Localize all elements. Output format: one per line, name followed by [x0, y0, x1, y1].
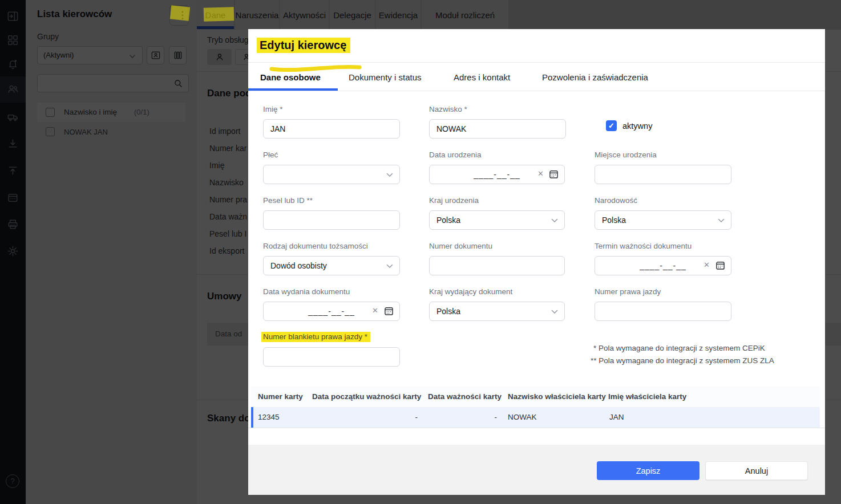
- cancel-button[interactable]: Anuluj: [705, 461, 808, 480]
- modal-tab-adres[interactable]: Adres i kontakt: [454, 69, 510, 86]
- data-wydania-input[interactable]: [263, 302, 400, 321]
- cell-numer-karty: 12345: [258, 407, 280, 428]
- calendar-picker-icon[interactable]: [383, 305, 395, 317]
- imie-input[interactable]: [263, 119, 400, 139]
- footnote-cepik: * Pola wymagane do integracji z systemem…: [593, 344, 765, 352]
- cell-data-waznosci: -: [428, 407, 497, 428]
- numer-blankietu-input[interactable]: [263, 347, 400, 367]
- data-urodzenia-label: Data urodzenia: [429, 151, 482, 159]
- kraj-wydajacy-select[interactable]: Polska: [429, 302, 565, 321]
- col-nazwisko-wlasciciela: Nazwisko właściciela karty: [508, 387, 606, 407]
- aktywny-label: aktywny: [622, 121, 652, 131]
- annotation-highlight-dane-tab: [204, 7, 234, 21]
- data-urodzenia-input[interactable]: [429, 165, 565, 184]
- plec-select[interactable]: [263, 165, 400, 184]
- modal-footer: Zapisz Anuluj: [248, 445, 825, 495]
- clear-date-icon[interactable]: [703, 261, 710, 269]
- chevron-down-icon: [551, 218, 558, 223]
- edit-driver-modal: Edytuj kierowcę Dane osobowe Dokumenty i…: [248, 29, 825, 495]
- numer-dokumentu-input[interactable]: [429, 256, 565, 275]
- termin-waznosci-label: Termin ważności dokumentu: [595, 242, 692, 250]
- nazwisko-label: Nazwisko *: [429, 105, 467, 113]
- clear-date-icon[interactable]: [372, 306, 378, 315]
- aktywny-checkbox[interactable]: [606, 120, 617, 131]
- numer-prawa-jazdy-input[interactable]: [595, 302, 731, 321]
- kraj-urodzenia-select[interactable]: Polska: [429, 210, 565, 230]
- save-button[interactable]: Zapisz: [597, 461, 700, 480]
- chevron-down-icon: [718, 218, 725, 223]
- narodowosc-select[interactable]: Polska: [595, 210, 731, 230]
- calendar-picker-icon[interactable]: [548, 168, 560, 180]
- data-wydania-label: Data wydania dokumentu: [263, 287, 350, 296]
- imie-label: Imię *: [263, 105, 283, 113]
- miejsce-urodzenia-label: Miejsce urodzenia: [595, 151, 657, 159]
- cell-nazwisko: NOWAK: [508, 407, 537, 428]
- plec-label: Płeć: [263, 151, 278, 159]
- numer-prawa-jazdy-label: Numer prawa jazdy: [595, 287, 661, 296]
- footnote-zus: ** Pola wymagane do integracji z systeme…: [591, 356, 774, 365]
- narodowosc-label: Narodowość: [595, 196, 637, 205]
- pesel-label: Pesel lub ID **: [263, 196, 313, 205]
- pesel-input[interactable]: [263, 210, 400, 230]
- modal-tab-dane-osobowe[interactable]: Dane osobowe: [260, 69, 321, 86]
- chevron-down-icon: [386, 264, 393, 269]
- kraj-urodzenia-label: Kraj urodzenia: [429, 196, 479, 205]
- calendar-picker-icon[interactable]: [714, 259, 726, 271]
- miejsce-urodzenia-input[interactable]: [595, 165, 731, 184]
- termin-waznosci-input[interactable]: [595, 256, 731, 275]
- cell-imie: JAN: [609, 407, 624, 428]
- modal-title: Edytuj kierowcę: [260, 39, 350, 52]
- chevron-down-icon: [386, 173, 393, 177]
- kraj-wydajacy-label: Kraj wydający dokument: [429, 287, 512, 296]
- col-data-waznosci: Data ważności karty: [428, 387, 502, 407]
- cell-data-poczatku: -: [312, 407, 418, 428]
- app-root: Lista kierowców Grupy (Aktywni) Nazwisko…: [0, 0, 841, 504]
- modal-tab-pozwolenia[interactable]: Pozwolenia i zaświadczenia: [542, 69, 648, 86]
- chevron-down-icon: [551, 310, 558, 314]
- card-table-row[interactable]: 12345 - - NOWAK JAN: [251, 407, 820, 428]
- rodzaj-dokumentu-select[interactable]: Dowód osobisty: [263, 256, 400, 275]
- col-numer-karty: Numer karty: [258, 387, 303, 407]
- annotation-highlight-kebab: [170, 5, 190, 21]
- clear-date-icon[interactable]: [537, 169, 544, 178]
- cards-table-header: Numer karty Data początku ważności karty…: [251, 387, 820, 407]
- col-imie-wlasciciela: Imię właściciela karty: [608, 387, 686, 407]
- numer-blankietu-label: Numer blankietu prawa jazdy *: [263, 332, 370, 341]
- col-data-poczatku: Data początku ważności karty: [312, 387, 421, 407]
- nazwisko-input[interactable]: [429, 119, 566, 139]
- numer-dokumentu-label: Numer dokumentu: [429, 242, 492, 250]
- rodzaj-dokumentu-label: Rodzaj dokumentu tożsamości: [263, 242, 368, 250]
- modal-tab-dokumenty[interactable]: Dokumenty i status: [349, 69, 422, 86]
